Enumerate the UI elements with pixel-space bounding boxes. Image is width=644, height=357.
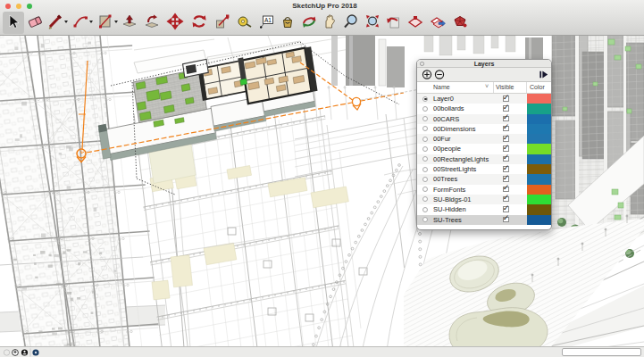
svg-text:A1: A1 (264, 17, 272, 23)
